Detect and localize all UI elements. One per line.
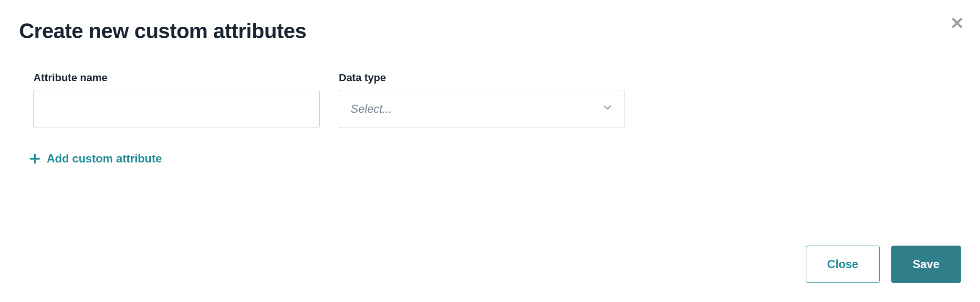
attribute-name-input[interactable] [33,90,320,128]
attribute-name-field: Attribute name [33,72,320,128]
data-type-placeholder: Select... [351,102,392,116]
dialog-title: Create new custom attributes [19,19,961,43]
attribute-name-label: Attribute name [33,72,320,84]
form-row: Attribute name Data type Select... [19,72,961,128]
close-button[interactable]: Close [806,246,880,283]
add-custom-attribute-label: Add custom attribute [47,152,162,165]
footer-actions: Close Save [806,246,961,283]
close-icon[interactable] [949,14,966,32]
data-type-field: Data type Select... [339,72,625,128]
save-button[interactable]: Save [891,246,961,283]
data-type-select[interactable]: Select... [339,90,625,128]
plus-icon [29,152,41,165]
chevron-down-icon [602,102,613,116]
data-type-label: Data type [339,72,625,84]
add-custom-attribute-button[interactable]: Add custom attribute [19,152,162,165]
